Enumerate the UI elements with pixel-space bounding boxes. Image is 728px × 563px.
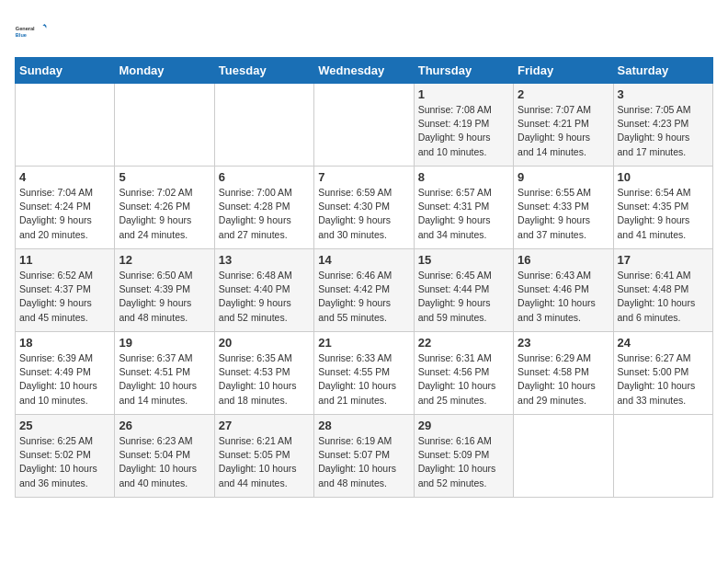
calendar-cell: 20Sunrise: 6:35 AM Sunset: 4:53 PM Dayli… [214,332,313,415]
logo: GeneralBlue [15,15,48,48]
day-info: Sunrise: 7:04 AM Sunset: 4:24 PM Dayligh… [19,186,110,242]
day-number: 4 [19,170,110,184]
calendar-cell: 3Sunrise: 7:05 AM Sunset: 4:23 PM Daylig… [613,84,712,167]
day-info: Sunrise: 7:00 AM Sunset: 4:28 PM Dayligh… [219,186,310,242]
day-info: Sunrise: 6:52 AM Sunset: 4:37 PM Dayligh… [19,269,110,325]
day-number: 1 [418,87,509,101]
day-number: 6 [219,170,310,184]
day-number: 13 [219,253,310,267]
day-info: Sunrise: 6:59 AM Sunset: 4:30 PM Dayligh… [318,186,409,242]
day-number: 11 [19,253,110,267]
day-number: 26 [119,419,210,432]
logo-icon: GeneralBlue [15,15,48,48]
day-info: Sunrise: 6:35 AM Sunset: 4:53 PM Dayligh… [219,351,310,408]
calendar-cell: 9Sunrise: 6:55 AM Sunset: 4:33 PM Daylig… [514,167,613,249]
day-number: 5 [119,170,210,184]
day-number: 20 [219,336,310,350]
day-number: 10 [618,170,709,184]
day-number: 19 [119,336,210,350]
col-header-tuesday: Tuesday [214,58,313,84]
day-info: Sunrise: 7:02 AM Sunset: 4:26 PM Dayligh… [119,186,210,242]
calendar-cell: 16Sunrise: 6:43 AM Sunset: 4:46 PM Dayli… [514,249,613,332]
calendar-cell: 10Sunrise: 6:54 AM Sunset: 4:35 PM Dayli… [613,167,712,249]
calendar-cell: 27Sunrise: 6:21 AM Sunset: 5:05 PM Dayli… [214,415,313,498]
calendar-cell: 18Sunrise: 6:39 AM Sunset: 4:49 PM Dayli… [16,332,115,415]
day-info: Sunrise: 6:33 AM Sunset: 4:55 PM Dayligh… [318,351,409,408]
day-info: Sunrise: 6:25 AM Sunset: 5:02 PM Dayligh… [19,434,110,490]
col-header-wednesday: Wednesday [314,58,414,84]
day-info: Sunrise: 6:54 AM Sunset: 4:35 PM Dayligh… [618,186,709,242]
calendar-cell: 21Sunrise: 6:33 AM Sunset: 4:55 PM Dayli… [314,332,414,415]
day-number: 18 [19,336,110,350]
day-number: 12 [119,253,210,267]
calendar-week-4: 25Sunrise: 6:25 AM Sunset: 5:02 PM Dayli… [16,415,713,498]
svg-text:General: General [16,26,35,31]
calendar-cell [16,84,115,167]
calendar-cell: 4Sunrise: 7:04 AM Sunset: 4:24 PM Daylig… [16,167,115,249]
calendar-cell [115,84,214,167]
calendar-cell: 24Sunrise: 6:27 AM Sunset: 5:00 PM Dayli… [613,332,712,415]
calendar-cell: 5Sunrise: 7:02 AM Sunset: 4:26 PM Daylig… [115,167,214,249]
col-header-saturday: Saturday [613,58,712,84]
day-info: Sunrise: 6:55 AM Sunset: 4:33 PM Dayligh… [518,186,609,242]
day-number: 22 [418,336,509,350]
day-number: 24 [618,336,709,350]
day-info: Sunrise: 6:46 AM Sunset: 4:42 PM Dayligh… [318,269,409,325]
calendar-cell: 29Sunrise: 6:16 AM Sunset: 5:09 PM Dayli… [414,415,513,498]
calendar-cell: 17Sunrise: 6:41 AM Sunset: 4:48 PM Dayli… [613,249,712,332]
day-info: Sunrise: 6:27 AM Sunset: 5:00 PM Dayligh… [618,351,709,408]
day-info: Sunrise: 6:39 AM Sunset: 4:49 PM Dayligh… [19,351,110,408]
day-number: 2 [518,87,609,101]
day-info: Sunrise: 6:57 AM Sunset: 4:31 PM Dayligh… [418,186,509,242]
calendar-cell: 14Sunrise: 6:46 AM Sunset: 4:42 PM Dayli… [314,249,414,332]
col-header-friday: Friday [514,58,613,84]
calendar-cell [214,84,313,167]
day-info: Sunrise: 6:41 AM Sunset: 4:48 PM Dayligh… [618,269,709,325]
day-info: Sunrise: 6:29 AM Sunset: 4:58 PM Dayligh… [518,351,609,408]
day-number: 8 [418,170,509,184]
day-number: 17 [618,253,709,267]
calendar-cell: 13Sunrise: 6:48 AM Sunset: 4:40 PM Dayli… [214,249,313,332]
calendar-cell: 19Sunrise: 6:37 AM Sunset: 4:51 PM Dayli… [115,332,214,415]
calendar-week-3: 18Sunrise: 6:39 AM Sunset: 4:49 PM Dayli… [16,332,713,415]
calendar-cell: 25Sunrise: 6:25 AM Sunset: 5:02 PM Dayli… [16,415,115,498]
calendar-week-0: 1Sunrise: 7:08 AM Sunset: 4:19 PM Daylig… [16,84,713,167]
calendar-cell: 1Sunrise: 7:08 AM Sunset: 4:19 PM Daylig… [414,84,513,167]
svg-text:Blue: Blue [16,32,27,38]
day-info: Sunrise: 6:48 AM Sunset: 4:40 PM Dayligh… [219,269,310,325]
calendar-cell: 6Sunrise: 7:00 AM Sunset: 4:28 PM Daylig… [214,167,313,249]
svg-marker-2 [42,24,46,26]
day-number: 29 [418,419,509,432]
svg-marker-3 [44,26,46,29]
calendar-cell [613,415,712,498]
calendar-cell: 12Sunrise: 6:50 AM Sunset: 4:39 PM Dayli… [115,249,214,332]
col-header-thursday: Thursday [414,58,513,84]
day-number: 21 [318,336,409,350]
calendar-cell: 2Sunrise: 7:07 AM Sunset: 4:21 PM Daylig… [514,84,613,167]
calendar-cell [514,415,613,498]
calendar-cell [314,84,414,167]
day-info: Sunrise: 6:19 AM Sunset: 5:07 PM Dayligh… [318,434,409,490]
col-header-sunday: Sunday [16,58,115,84]
page-header: GeneralBlue [15,15,713,48]
day-number: 15 [418,253,509,267]
day-info: Sunrise: 7:05 AM Sunset: 4:23 PM Dayligh… [618,103,709,159]
calendar-cell: 8Sunrise: 6:57 AM Sunset: 4:31 PM Daylig… [414,167,513,249]
day-info: Sunrise: 6:43 AM Sunset: 4:46 PM Dayligh… [518,269,609,325]
calendar-week-1: 4Sunrise: 7:04 AM Sunset: 4:24 PM Daylig… [16,167,713,249]
day-info: Sunrise: 6:21 AM Sunset: 5:05 PM Dayligh… [219,434,310,490]
calendar-cell: 22Sunrise: 6:31 AM Sunset: 4:56 PM Dayli… [414,332,513,415]
day-number: 16 [518,253,609,267]
day-info: Sunrise: 6:45 AM Sunset: 4:44 PM Dayligh… [418,269,509,325]
calendar-cell: 28Sunrise: 6:19 AM Sunset: 5:07 PM Dayli… [314,415,414,498]
col-header-monday: Monday [115,58,214,84]
day-number: 7 [318,170,409,184]
calendar-cell: 11Sunrise: 6:52 AM Sunset: 4:37 PM Dayli… [16,249,115,332]
day-info: Sunrise: 7:07 AM Sunset: 4:21 PM Dayligh… [518,103,609,159]
day-number: 23 [518,336,609,350]
day-number: 27 [219,419,310,432]
day-info: Sunrise: 6:23 AM Sunset: 5:04 PM Dayligh… [119,434,210,490]
day-info: Sunrise: 6:16 AM Sunset: 5:09 PM Dayligh… [418,434,509,490]
day-info: Sunrise: 6:37 AM Sunset: 4:51 PM Dayligh… [119,351,210,408]
calendar-week-2: 11Sunrise: 6:52 AM Sunset: 4:37 PM Dayli… [16,249,713,332]
